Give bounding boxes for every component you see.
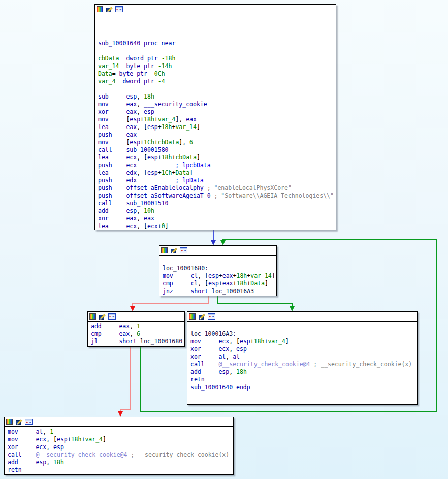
- asm-line[interactable]: mov al, 1: [8, 428, 233, 436]
- asm-line[interactable]: push offset aSoftwareAgeiaT_0 ; "Softwar…: [98, 192, 336, 200]
- asm-line[interactable]: mov cl, [esp+eax+18h+var_14]: [163, 272, 276, 280]
- asm-line[interactable]: call sub_10001510: [98, 200, 336, 207]
- node-edit-icon[interactable]: [198, 313, 206, 320]
- asm-line[interactable]: sub esp, 18h: [98, 93, 336, 101]
- asm-line[interactable]: mov [esp+18h+var_4], eax: [98, 116, 336, 123]
- asm-line[interactable]: jl short loc_10001680: [91, 338, 184, 345]
- asm-line[interactable]: lea eax, [esp+18h+var_14]: [98, 123, 336, 131]
- asm-line[interactable]: retn: [8, 466, 233, 474]
- asm-line[interactable]: [190, 391, 417, 399]
- asm-token: [102, 323, 119, 330]
- node-color-icon[interactable]: [89, 313, 97, 320]
- asm-line[interactable]: xor ecx, esp: [190, 345, 417, 353]
- asm-token: [112, 192, 126, 199]
- asm-token: , [: [137, 169, 147, 176]
- node-color-icon[interactable]: [188, 313, 196, 320]
- asm-line[interactable]: loc_100016A3:: [190, 330, 417, 338]
- node-edit-icon[interactable]: [15, 419, 23, 425]
- node-group-icon[interactable]: [180, 247, 187, 253]
- asm-line[interactable]: mov ecx, [esp+18h+var_4]: [8, 436, 233, 443]
- asm-line[interactable]: [98, 85, 336, 93]
- node-group-icon[interactable]: [108, 313, 116, 320]
- asm-line[interactable]: push edx ; lpData: [98, 177, 336, 184]
- asm-line[interactable]: var_4= dword ptr -4: [98, 78, 336, 85]
- asm-token: [109, 169, 126, 176]
- asm-line[interactable]: xor al, al: [190, 353, 417, 361]
- asm-token: 6: [137, 330, 140, 337]
- asm-token: +: [68, 436, 71, 443]
- asm-line[interactable]: cmp eax, 6: [91, 330, 184, 338]
- asm-token: ]: [265, 280, 268, 287]
- asm-token: +: [140, 116, 144, 123]
- basic-block-exit-found[interactable]: mov al, 1mov ecx, [esp+18h+var_4]xor ecx…: [4, 417, 234, 475]
- asm-line[interactable]: retn: [190, 376, 417, 384]
- asm-token: esp: [240, 338, 250, 345]
- basic-block-loc_10001680[interactable]: loc_10001680:mov cl, [esp+eax+18h+var_14…: [159, 245, 277, 296]
- block-code: mov al, 1mov ecx, [esp+18h+var_4]xor ecx…: [5, 427, 233, 474]
- node-edit-icon[interactable]: [106, 6, 113, 12]
- asm-line[interactable]: Data= byte ptr -0Ch: [98, 70, 336, 78]
- asm-token: ]: [197, 154, 200, 161]
- asm-token: ]: [103, 436, 106, 443]
- asm-line[interactable]: call @__security_check_cookie@4 ; __secu…: [190, 361, 417, 368]
- asm-line[interactable]: loc_10001680:: [163, 265, 276, 272]
- asm-line[interactable]: add eax, 1: [91, 323, 184, 330]
- node-group-icon[interactable]: [25, 419, 33, 425]
- asm-token: ; lpcbData: [175, 162, 210, 169]
- asm-line[interactable]: push eax: [98, 131, 336, 139]
- asm-token: , [: [229, 338, 240, 345]
- basic-block-loc_100016A3[interactable]: loc_100016A3:mov ecx, [esp+18h+var_4]xor…: [187, 311, 418, 405]
- node-color-icon[interactable]: [96, 6, 104, 12]
- asm-token: [137, 162, 175, 169]
- asm-line[interactable]: [98, 32, 336, 40]
- asm-token: [109, 222, 126, 230]
- asm-line[interactable]: [190, 323, 417, 330]
- asm-token: ,: [137, 108, 144, 115]
- node-group-icon[interactable]: [208, 313, 215, 320]
- asm-line[interactable]: jnz short loc_100016A3: [163, 288, 276, 295]
- basic-block-sub_10001640[interactable]: sub_10001640 proc nearcbData= dword ptr …: [94, 4, 336, 230]
- asm-line[interactable]: sub_10001640 endp: [190, 384, 417, 391]
- graph-view-canvas[interactable]: sub_10001640 proc nearcbData= dword ptr …: [0, 0, 448, 479]
- node-edit-icon[interactable]: [170, 247, 178, 253]
- basic-block-loop-increment[interactable]: add eax, 1cmp eax, 6jl short loc_1000168…: [87, 311, 185, 347]
- asm-line[interactable]: [98, 47, 336, 55]
- asm-line[interactable]: [98, 24, 336, 32]
- asm-token: ]: [285, 338, 289, 345]
- asm-token: ,: [229, 368, 236, 375]
- asm-line[interactable]: [190, 399, 417, 406]
- asm-token: call: [8, 451, 22, 458]
- asm-line[interactable]: var_14= byte ptr -14h: [98, 62, 336, 70]
- asm-line[interactable]: push offset aEnablelocalphy ; "enableLoc…: [98, 184, 336, 192]
- asm-line[interactable]: cbData= dword ptr -18h: [98, 55, 336, 62]
- asm-line[interactable]: push ecx ; lpcbData: [98, 162, 336, 169]
- node-edit-icon[interactable]: [99, 313, 106, 320]
- asm-line[interactable]: lea ecx, [esp+18h+cbData]: [98, 154, 336, 162]
- asm-token: [201, 368, 219, 375]
- node-color-icon[interactable]: [161, 247, 168, 253]
- asm-line[interactable]: add esp, 10h: [98, 207, 336, 215]
- asm-line[interactable]: xor eax, esp: [98, 108, 336, 116]
- asm-line[interactable]: call sub_10001580: [98, 146, 336, 154]
- asm-line[interactable]: xor ecx, esp: [8, 443, 233, 451]
- asm-line[interactable]: add esp, 18h: [190, 368, 417, 376]
- asm-line[interactable]: cmp cl, [esp+eax+18h+Data]: [163, 280, 276, 288]
- asm-line[interactable]: lea ecx, [ecx+0]: [98, 222, 336, 230]
- asm-token: [109, 108, 126, 115]
- asm-line[interactable]: [98, 17, 336, 24]
- asm-token: ; "enableLocalPhysXCore": [207, 184, 292, 191]
- asm-line[interactable]: lea edx, [esp+1Ch+Data]: [98, 169, 336, 177]
- asm-line[interactable]: call @__security_check_cookie@4 ; __secu…: [8, 451, 233, 459]
- node-color-icon[interactable]: [6, 419, 13, 425]
- asm-line[interactable]: xor eax, eax: [98, 215, 336, 222]
- asm-token: [109, 215, 126, 222]
- node-group-icon[interactable]: [115, 6, 123, 12]
- asm-line[interactable]: mov [esp+1Ch+cbData], 6: [98, 139, 336, 146]
- asm-line[interactable]: add esp, 18h: [8, 459, 233, 466]
- asm-line[interactable]: mov ecx, [esp+18h+var_4]: [190, 338, 417, 345]
- asm-line[interactable]: mov eax, ___security_cookie: [98, 101, 336, 108]
- asm-token: cbData: [158, 139, 179, 146]
- asm-line[interactable]: [163, 257, 276, 265]
- asm-line[interactable]: sub_10001640 proc near: [98, 40, 336, 47]
- asm-token: Data: [98, 70, 112, 77]
